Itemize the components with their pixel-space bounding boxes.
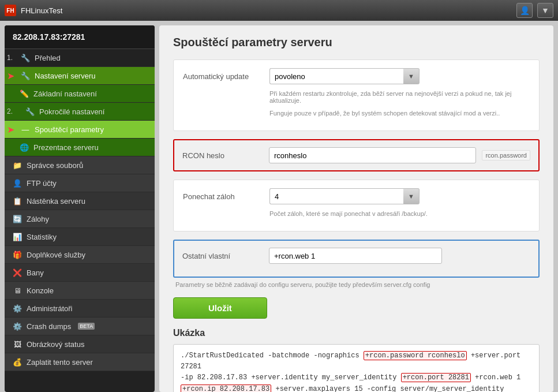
- app-logo: FH: [5, 5, 16, 16]
- sidebar-item-pokrocile[interactable]: 2. 🔧 Pokročilé nastavení: [5, 103, 155, 121]
- sidebar-item-spravce[interactable]: 📁 Správce souborů: [5, 156, 155, 174]
- sidebar-label-obrazkovy: Obrázkový status: [27, 340, 84, 349]
- sidebar-label-ftp: FTP účty: [27, 179, 57, 188]
- backup-hint: Počet záloh, které se mají ponechat v ad…: [269, 210, 530, 217]
- zaplatit-icon: 💰: [13, 357, 22, 367]
- rcon-label: RCON heslo: [182, 151, 263, 160]
- code-rcon-port: +rcon.port 28281: [401, 373, 471, 382]
- page-title: Spouštěcí parametry serveru: [173, 36, 540, 49]
- code-rcon-web: +rcon.web 1: [471, 374, 520, 382]
- sidebar-label-crashdumps: Crash dumps: [27, 322, 71, 331]
- save-button[interactable]: Uložit: [173, 297, 267, 319]
- other-row: Ostatní vlastní: [182, 248, 530, 264]
- bany-icon: ❌: [13, 268, 22, 277]
- auto-update-select-wrap: povoleno ▼: [269, 68, 420, 84]
- sidebar-item-obrazkovy[interactable]: 🖼 Obrázkový status: [5, 335, 155, 353]
- doplnkove-icon: 🎁: [13, 250, 22, 259]
- sidebar-label-spravce: Správce souborů: [27, 161, 83, 170]
- sidebar-item-ftp[interactable]: 👤 FTP účty: [5, 174, 155, 192]
- sidebar-label-bany: Bany: [27, 268, 44, 277]
- sidebar-label-konzole: Konzole: [27, 286, 54, 295]
- sidebar-item-bany[interactable]: ❌ Bany: [5, 264, 155, 282]
- prezentace-icon: 🌐: [20, 143, 29, 152]
- sidebar-item-konzole[interactable]: 🖥 Konzole: [5, 282, 155, 300]
- other-hint: Parametry se běžně zadávají do configu s…: [175, 281, 540, 288]
- content-area: Spouštěcí parametry serveru Automatický …: [159, 25, 553, 392]
- demo-code-block: ./StartRustDedicated -batchmode -nograph…: [173, 344, 540, 392]
- sidebar-num-2: 2.: [7, 107, 13, 115]
- sidebar-label-spousteci: Spouštěcí parametry: [35, 125, 104, 134]
- sidebar-num-1: 1.: [7, 54, 13, 62]
- sidebar-item-spousteci[interactable]: ➤ — Spouštěcí parametry: [5, 121, 155, 139]
- zalohy-icon: 🔄: [13, 214, 22, 223]
- auto-update-arrow[interactable]: ▼: [403, 68, 420, 84]
- sidebar-server-ip: 82.208.17.83:27281: [5, 25, 155, 49]
- titlebar: FH FHLinuxTest 👤 ▼: [0, 0, 558, 21]
- ftp-icon: 👤: [13, 178, 22, 188]
- pokrocile-icon: 🔧: [25, 107, 35, 116]
- sidebar: 82.208.17.83:27281 1. 🔧 Přehled ➤ 🔧 Nast…: [5, 25, 155, 392]
- auto-update-row: Automatický update povoleno ▼: [183, 68, 530, 84]
- sidebar-item-zaplatit[interactable]: 💰 Zaplatit tento server: [5, 353, 155, 371]
- sidebar-label-administratori: Administrátoři: [27, 304, 72, 313]
- sidebar-label-nastaveni: Nastavení serveru: [35, 72, 96, 80]
- sidebar-label-zalohy: Zálohy: [27, 215, 49, 223]
- prehled-icon: 🔧: [21, 53, 30, 62]
- sidebar-label-prehled: Přehled: [35, 54, 61, 62]
- sidebar-label-pokrocile: Pokročilé nastavení: [39, 107, 104, 116]
- main-container: 82.208.17.83:27281 1. 🔧 Přehled ➤ 🔧 Nast…: [5, 25, 553, 392]
- arrow-spousteci: ➤: [7, 124, 14, 135]
- user-icon-btn[interactable]: 👤: [516, 3, 533, 18]
- other-input[interactable]: [269, 248, 442, 264]
- code-line2: -ip 82.208.17.83 +server.identity my_ser…: [181, 374, 401, 382]
- app-title: FHLinuxTest: [21, 6, 512, 15]
- rcon-input[interactable]: [269, 147, 476, 163]
- admin-icon: ⚙️: [13, 304, 22, 313]
- sidebar-label-nastenka: Nástěnka serveru: [27, 197, 85, 206]
- zakladni-icon: ✏️: [20, 89, 29, 98]
- rcon-tag: rcon.password: [482, 150, 530, 160]
- sidebar-item-nastaveni[interactable]: ➤ 🔧 Nastavení serveru: [5, 67, 155, 85]
- sidebar-item-prehled[interactable]: 1. 🔧 Přehled: [5, 49, 155, 67]
- backup-select-wrap: 4 ▼: [269, 188, 420, 204]
- sidebar-label-zaplatit: Zaplatit tento server: [27, 358, 93, 367]
- auto-update-hint2: Funguje pouze v případě, že byl systém s…: [269, 110, 530, 117]
- sidebar-item-crashdumps[interactable]: ⚙️ Crash dumps BETA: [5, 318, 155, 335]
- spousteci-icon: —: [21, 125, 30, 134]
- sidebar-item-prezentace[interactable]: 🌐 Prezentace serveru: [5, 139, 155, 156]
- nastaveni-icon: 🔧: [21, 71, 30, 80]
- other-section: Ostatní vlastní: [173, 240, 540, 278]
- sidebar-label-prezentace: Prezentace serveru: [33, 143, 99, 152]
- rcon-section: RCON heslo rcon.password: [173, 139, 540, 171]
- auto-update-section: Automatický update povoleno ▼ Při každém…: [173, 59, 540, 131]
- arrow-nastaveni: ➤: [7, 70, 14, 81]
- crashdumps-icon: ⚙️: [13, 322, 22, 331]
- sidebar-item-administratori[interactable]: ⚙️ Administrátoři: [5, 300, 155, 318]
- code-rcon-password: +rcon.password rconheslo: [364, 351, 467, 360]
- rcon-row: RCON heslo rcon.password: [182, 147, 530, 163]
- sidebar-item-nastenka[interactable]: 📋 Nástěnka serveru: [5, 192, 155, 210]
- statistiky-icon: 📊: [13, 232, 22, 241]
- auto-update-label: Automatický update: [183, 72, 264, 81]
- nastenka-icon: 📋: [13, 196, 22, 206]
- backup-arrow[interactable]: ▼: [403, 188, 420, 204]
- sidebar-label-doplnkove: Doplňkové služby: [27, 251, 85, 259]
- beta-badge: BETA: [78, 323, 95, 330]
- code-start: ./StartRustDedicated -batchmode -nograph…: [181, 352, 364, 360]
- backup-label: Ponechat záloh: [183, 192, 264, 201]
- backup-row: Ponechat záloh 4 ▼: [183, 188, 530, 204]
- code-rcon-ip: +rcon.ip 82.208.17.83: [181, 384, 271, 392]
- sidebar-item-doplnkove[interactable]: 🎁 Doplňkové služby: [5, 246, 155, 264]
- sidebar-label-statistiky: Statistiky: [27, 233, 57, 241]
- backup-section: Ponechat záloh 4 ▼ Počet záloh, které se…: [173, 180, 540, 232]
- sidebar-item-zakladni[interactable]: ✏️ Základní nastavení: [5, 85, 155, 103]
- auto-update-select[interactable]: povoleno: [269, 68, 403, 84]
- sidebar-label-zakladni: Základní nastavení: [33, 89, 97, 98]
- dropdown-btn[interactable]: ▼: [537, 3, 553, 18]
- spravce-icon: 📁: [13, 160, 22, 170]
- code-line3-end: +server.maxplayers 15 -config server/my_…: [271, 385, 504, 392]
- sidebar-item-statistiky[interactable]: 📊 Statistiky: [5, 228, 155, 246]
- sidebar-item-zalohy[interactable]: 🔄 Zálohy: [5, 210, 155, 228]
- obrazkovy-icon: 🖼: [13, 339, 22, 349]
- backup-select[interactable]: 4: [269, 188, 403, 204]
